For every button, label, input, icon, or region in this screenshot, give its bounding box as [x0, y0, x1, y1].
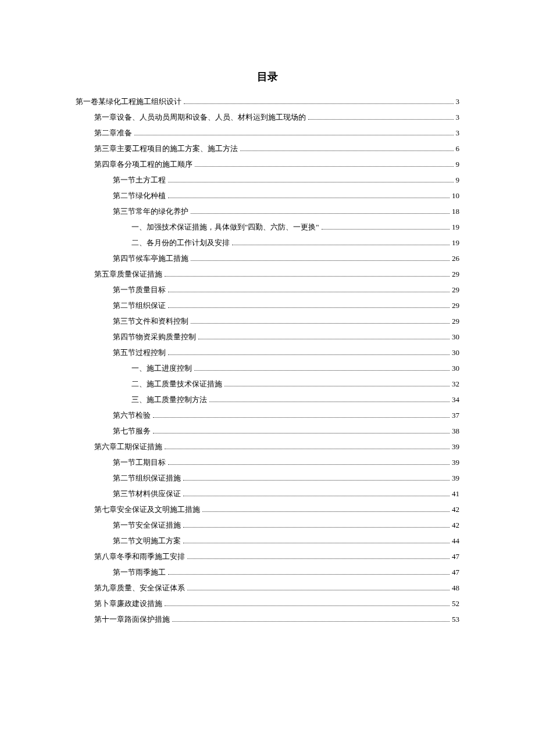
toc-entry: 二、各月份的工作计划及安排19 [131, 239, 459, 246]
toc-entry-page: 9 [456, 176, 460, 184]
toc-leader-dots [198, 339, 450, 339]
toc-entry: 第二节文明施工方案44 [113, 537, 459, 544]
toc-entry-text: 一、施工进度控制 [131, 364, 192, 372]
toc-entry-page: 48 [452, 584, 459, 592]
toc-leader-dots [240, 151, 454, 151]
toc-entry: 第八章冬季和雨季施工安排47 [94, 553, 459, 560]
toc-entry-text: 第四节候车亭施工措施 [113, 255, 188, 262]
toc-entry: 第三节材料供应保证41 [113, 490, 459, 497]
toc-entry-text: 第一节质量目标 [113, 286, 166, 293]
toc-entry-text: 第三节文件和资料控制 [113, 317, 188, 325]
toc-entry: 第七节服务38 [113, 427, 459, 435]
toc-entry-text: 第一节雨季施工 [113, 568, 166, 576]
toc-entry: 第二节组织保证29 [113, 302, 459, 309]
toc-leader-dots [183, 543, 450, 543]
toc-entry-page: 30 [452, 349, 459, 356]
toc-entry-text: 二、各月份的工作计划及安排 [131, 239, 230, 246]
toc-entry: 第二节组织保证措施39 [113, 474, 459, 482]
toc-entry-page: 47 [452, 568, 459, 576]
toc-leader-dots [202, 511, 450, 512]
toc-entry-text: 第七章安全保证及文明施工措施 [94, 506, 200, 513]
toc-leader-dots [168, 464, 450, 465]
toc-entry-text: 第一章设备、人员动员周期和设备、人员、材料运到施工现场的 [94, 113, 306, 121]
toc-leader-dots [168, 574, 450, 575]
toc-leader-dots [232, 245, 450, 245]
toc-entry-page: 32 [452, 380, 459, 388]
toc-leader-dots [184, 103, 454, 104]
toc-entry-text: 第二章准备 [94, 129, 132, 137]
toc-entry-page: 44 [452, 537, 459, 544]
toc-entry-text: 三、施工质量控制方法 [131, 396, 207, 403]
toc-entry: 二、施工质量技术保证措施32 [131, 380, 459, 388]
toc-entry-page: 29 [452, 302, 459, 309]
toc-entry-page: 9 [456, 160, 460, 168]
toc-entry-text: 第二节组织保证 [113, 302, 166, 309]
toc-entry-text: 第二节组织保证措施 [113, 474, 181, 482]
toc-leader-dots [134, 135, 454, 135]
toc-leader-dots [194, 370, 450, 371]
toc-entry-page: 29 [452, 270, 459, 278]
toc-entry-text: 第三章主要工程项目的施工方案、施工方法 [94, 145, 238, 152]
toc-leader-dots [187, 590, 450, 590]
toc-container: 第一卷某绿化工程施工组织设计3第一章设备、人员动员周期和设备、人员、材料运到施工… [76, 98, 459, 623]
toc-entry-page: 34 [452, 396, 459, 403]
toc-entry-page: 42 [452, 506, 459, 513]
toc-entry: 第三节常年的绿化养护18 [113, 207, 459, 215]
toc-entry-page: 19 [452, 239, 459, 246]
toc-entry-text: 第五章质量保证措施 [94, 270, 162, 278]
toc-leader-dots [165, 605, 450, 606]
toc-entry-page: 39 [452, 458, 459, 466]
toc-leader-dots [168, 182, 454, 182]
toc-entry: 第五章质量保证措施29 [94, 270, 459, 278]
toc-entry: 第六章工期保证措施39 [94, 443, 459, 450]
toc-entry: 一、施工进度控制30 [131, 364, 459, 372]
toc-leader-dots [168, 292, 450, 292]
toc-entry-text: 第四章各分项工程的施工顺序 [94, 160, 192, 168]
toc-entry-text: 第六章工期保证措施 [94, 443, 162, 450]
toc-entry-text: 第三节材料供应保证 [113, 490, 181, 497]
toc-entry: 第一节质量目标29 [113, 286, 459, 293]
toc-entry: 第九章质量、安全保证体系48 [94, 584, 459, 592]
toc-entry-page: 3 [456, 113, 460, 121]
toc-leader-dots [191, 260, 450, 261]
toc-entry-page: 41 [452, 490, 459, 497]
toc-entry-page: 3 [456, 129, 460, 137]
toc-leader-dots [168, 198, 450, 198]
toc-entry-text: 第一节安全保证措施 [113, 521, 181, 529]
toc-leader-dots [183, 496, 450, 496]
toc-entry-text: 第二节文明施工方案 [113, 537, 181, 544]
toc-entry-text: 第七节服务 [113, 427, 151, 435]
toc-entry-page: 30 [452, 364, 459, 372]
toc-entry-text: 第一卷某绿化工程施工组织设计 [76, 98, 181, 105]
toc-leader-dots [153, 433, 450, 433]
toc-entry-text: 二、施工质量技术保证措施 [131, 380, 222, 388]
toc-entry: 第六节检验37 [113, 411, 459, 419]
toc-entry-text: 第一节工期目标 [113, 458, 166, 466]
toc-entry: 第四节候车亭施工措施26 [113, 255, 459, 262]
toc-entry: 第一节土方工程9 [113, 176, 459, 184]
toc-entry-page: 29 [452, 286, 459, 293]
toc-entry: 第二节绿化种植10 [113, 192, 459, 199]
toc-entry-text: 第三节常年的绿化养护 [113, 207, 188, 215]
toc-entry: 第七章安全保证及文明施工措施42 [94, 506, 459, 513]
toc-entry-text: 第五节过程控制 [113, 349, 166, 356]
toc-entry: 第一卷某绿化工程施工组织设计3 [76, 98, 459, 105]
toc-entry-page: 47 [452, 553, 459, 560]
toc-entry-text: 第六节检验 [113, 411, 151, 419]
toc-title: 目录 [76, 70, 459, 84]
toc-entry-page: 26 [452, 255, 459, 262]
toc-leader-dots [172, 621, 450, 622]
toc-entry-page: 19 [452, 223, 459, 231]
toc-entry-page: 52 [452, 600, 459, 607]
toc-leader-dots [308, 119, 454, 120]
toc-entry-text: 第四节物资采购质量控制 [113, 333, 196, 341]
toc-entry-page: 18 [452, 207, 459, 215]
toc-leader-dots [183, 480, 450, 481]
toc-leader-dots [165, 276, 450, 277]
toc-entry: 第一节安全保证措施42 [113, 521, 459, 529]
toc-entry-text: 第一节土方工程 [113, 176, 166, 184]
toc-entry: 第一章设备、人员动员周期和设备、人员、材料运到施工现场的3 [94, 113, 459, 121]
toc-leader-dots [224, 386, 450, 386]
toc-entry: 第十一章路面保护措施53 [94, 615, 459, 623]
toc-leader-dots [209, 402, 450, 402]
